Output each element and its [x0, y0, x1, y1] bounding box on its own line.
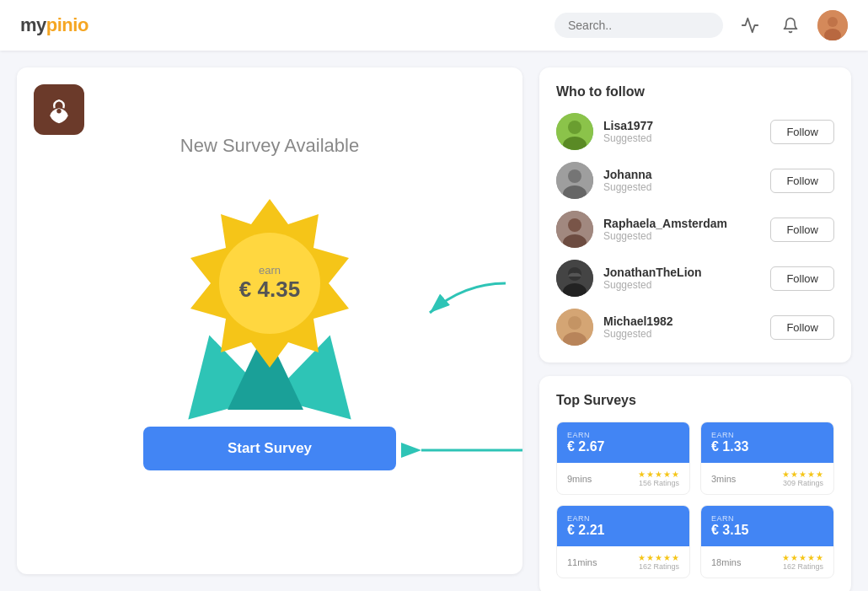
survey-ratings-3: 162 Ratings: [638, 562, 679, 571]
surveys-grid: EARN € 2.67 9mins ★★★★★ 156 Ratings: [556, 422, 834, 578]
svg-point-7: [568, 121, 581, 134]
user-avatar-johanna: [556, 162, 593, 199]
top-surveys-title: Top Surveys: [556, 393, 834, 408]
follow-button-lisa[interactable]: Follow: [770, 120, 834, 144]
svg-point-19: [568, 316, 581, 330]
header-right: [555, 10, 848, 40]
user-info-raphaela: Raphaela_Amsterdam Suggested: [603, 217, 760, 242]
survey-earn-label-3: EARN: [567, 514, 679, 523]
survey-card[interactable]: EARN € 2.67 9mins ★★★★★ 156 Ratings: [556, 422, 690, 495]
survey-earn-label-4: EARN: [711, 514, 823, 523]
survey-amount-2: € 1.33: [711, 439, 823, 454]
user-sub-jonathan: Suggested: [603, 279, 760, 291]
app-icon: [34, 84, 84, 135]
logo-pinio: pinio: [46, 14, 88, 35]
svg-point-1: [828, 17, 838, 27]
top-surveys-card: Top Surveys EARN € 2.67 9mins ★★★★★: [539, 376, 851, 591]
follow-item: JonathanTheLion Suggested Follow: [556, 260, 834, 297]
earn-amount: € 4.35: [239, 277, 300, 303]
user-name-raphaela: Raphaela_Amsterdam: [603, 217, 760, 230]
user-sub-michael: Suggested: [603, 328, 760, 340]
header: mypinio: [0, 0, 868, 51]
right-panel: Who to follow Lisa1977 Suggested Follow: [539, 67, 851, 574]
survey-footer-3: 11mins ★★★★★ 162 Ratings: [557, 546, 689, 578]
who-to-follow-card: Who to follow Lisa1977 Suggested Follow: [539, 67, 851, 363]
left-panel: New Survey Available earn € 4.35: [17, 67, 522, 574]
main-content: New Survey Available earn € 4.35: [0, 51, 868, 591]
user-sub-raphaela: Suggested: [603, 230, 760, 242]
survey-time-1: 9mins: [567, 474, 592, 484]
arrow-to-button: [405, 433, 531, 470]
user-info-johanna: Johanna Suggested: [603, 168, 760, 193]
follow-button-raphaela[interactable]: Follow: [770, 218, 834, 242]
who-to-follow-title: Who to follow: [556, 84, 834, 99]
avatar[interactable]: [817, 10, 848, 40]
follow-button-johanna[interactable]: Follow: [770, 169, 834, 193]
follow-button-jonathan[interactable]: Follow: [770, 266, 834, 291]
survey-time-4: 18mins: [711, 557, 741, 567]
user-name-johanna: Johanna: [603, 168, 760, 181]
survey-title: New Survey Available: [180, 135, 359, 157]
arrow-to-badge: [413, 275, 514, 329]
survey-amount-1: € 2.67: [567, 439, 679, 454]
survey-ratings-4: 162 Ratings: [782, 562, 823, 571]
user-name-lisa: Lisa1977: [603, 119, 760, 132]
survey-earn-label-1: EARN: [567, 431, 679, 439]
star-inner: earn € 4.35: [219, 233, 320, 334]
user-avatar-michael: [556, 309, 593, 346]
survey-ratings-2: 309 Ratings: [782, 479, 823, 487]
follow-item: Raphaela_Amsterdam Suggested Follow: [556, 211, 834, 248]
survey-time-3: 11mins: [567, 557, 597, 567]
badge-container: earn € 4.35: [152, 174, 388, 410]
survey-amount-3: € 2.21: [567, 523, 679, 538]
user-avatar-lisa: [556, 113, 593, 150]
user-name-jonathan: JonathanTheLion: [603, 266, 760, 279]
survey-time-2: 3mins: [711, 474, 736, 484]
logo-my: my: [20, 14, 46, 35]
user-sub-johanna: Suggested: [603, 181, 760, 193]
button-area: Start Survey: [143, 427, 396, 487]
follow-button-michael[interactable]: Follow: [770, 315, 834, 340]
earn-label: earn: [259, 264, 281, 277]
user-info-lisa: Lisa1977 Suggested: [603, 119, 760, 144]
user-info-michael: Michael1982 Suggested: [603, 314, 760, 340]
search-input[interactable]: [555, 13, 723, 38]
stars-1: ★★★★★: [638, 470, 679, 479]
survey-amount-4: € 3.15: [711, 523, 823, 538]
survey-blue-4: EARN € 3.15: [701, 506, 833, 546]
svg-point-3: [56, 109, 61, 113]
activity-icon[interactable]: [737, 12, 764, 39]
start-survey-button[interactable]: Start Survey: [143, 427, 396, 470]
stars-2: ★★★★★: [782, 470, 823, 479]
survey-footer-4: 18mins ★★★★★ 162 Ratings: [701, 546, 833, 578]
user-info-jonathan: JonathanTheLion Suggested: [603, 266, 760, 291]
stars-3: ★★★★★: [638, 553, 679, 562]
stars-4: ★★★★★: [782, 553, 823, 562]
survey-earn-label-2: EARN: [711, 431, 823, 439]
survey-footer-1: 9mins ★★★★★ 156 Ratings: [557, 463, 689, 494]
svg-point-10: [568, 169, 581, 183]
survey-footer-2: 3mins ★★★★★ 309 Ratings: [701, 463, 833, 494]
survey-card[interactable]: EARN € 3.15 18mins ★★★★★ 162 Ratings: [700, 505, 834, 578]
user-avatar-raphaela: [556, 211, 593, 248]
follow-item: Lisa1977 Suggested Follow: [556, 113, 834, 150]
user-name-michael: Michael1982: [603, 314, 760, 328]
follow-item: Michael1982 Suggested Follow: [556, 309, 834, 346]
follow-item: Johanna Suggested Follow: [556, 162, 834, 199]
user-avatar-jonathan: [556, 260, 593, 297]
svg-point-13: [568, 218, 581, 232]
survey-blue-1: EARN € 2.67: [557, 422, 689, 463]
survey-blue-3: EARN € 2.21: [557, 506, 689, 546]
sunburst: earn € 4.35: [185, 199, 354, 368]
logo: mypinio: [20, 14, 88, 36]
survey-card[interactable]: EARN € 1.33 3mins ★★★★★ 309 Ratings: [700, 422, 834, 495]
survey-card[interactable]: EARN € 2.21 11mins ★★★★★ 162 Ratings: [556, 505, 690, 578]
user-sub-lisa: Suggested: [603, 132, 760, 144]
survey-ratings-1: 156 Ratings: [638, 479, 679, 487]
notification-icon[interactable]: [777, 12, 804, 39]
survey-blue-2: EARN € 1.33: [701, 422, 833, 463]
